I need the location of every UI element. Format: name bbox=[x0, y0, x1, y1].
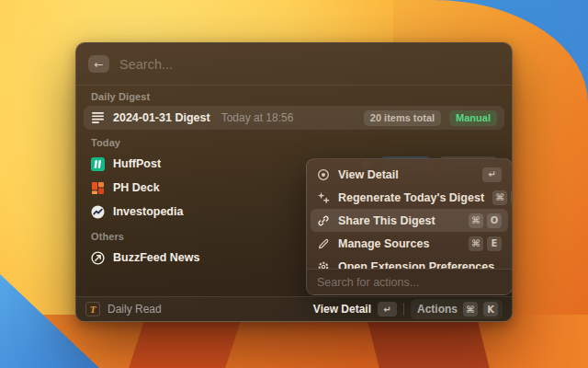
manual-mode-badge: Manual bbox=[449, 110, 497, 126]
actions-label: Actions bbox=[417, 303, 458, 316]
source-title: Investopedia bbox=[113, 205, 183, 218]
cmd-key-badge: ⌘ bbox=[469, 236, 483, 251]
app-name-label: Daily Read bbox=[107, 303, 162, 316]
menu-item-label: View Detail bbox=[338, 168, 474, 181]
actions-search-input[interactable] bbox=[317, 276, 502, 289]
sparkle-plus-icon bbox=[317, 191, 330, 204]
phdeck-logo-icon bbox=[91, 181, 105, 195]
cmd-key-badge: ⌘ bbox=[463, 302, 478, 316]
wallpaper-bottom-band bbox=[37, 315, 588, 368]
link-icon bbox=[317, 214, 330, 227]
letter-key-badge: O bbox=[487, 213, 502, 228]
menu-item-manage-sources[interactable]: Manage Sources ⌘ E bbox=[311, 232, 508, 255]
k-key-badge: K bbox=[483, 302, 498, 316]
letter-key-badge: E bbox=[487, 236, 502, 251]
menu-item-label: Share This Digest bbox=[338, 214, 460, 227]
menu-item-label: Open Extension Preferences bbox=[338, 260, 502, 270]
back-button[interactable]: ← bbox=[88, 55, 109, 73]
huffpost-logo-icon bbox=[91, 157, 105, 171]
actions-panel-list: View Detail ↵ Regenerate Today's Digest … bbox=[307, 159, 512, 269]
menu-item-open-preferences[interactable]: Open Extension Preferences bbox=[311, 255, 508, 269]
digest-row[interactable]: 2024-01-31 Digest Today at 18:56 20 item… bbox=[84, 106, 504, 130]
source-title: PH Deck bbox=[113, 181, 160, 194]
enter-key-badge: ↵ bbox=[378, 302, 397, 316]
launcher-window: ← Daily Digest 2024-01-31 Digest Today a… bbox=[75, 42, 513, 322]
search-bar: ← bbox=[76, 43, 512, 86]
digest-timestamp: Today at 18:56 bbox=[221, 111, 294, 124]
menu-item-view-detail[interactable]: View Detail ↵ bbox=[311, 163, 508, 186]
gear-icon bbox=[317, 260, 330, 270]
items-count-badge: 20 items total bbox=[364, 110, 441, 126]
section-header-daily-digest: Daily Digest bbox=[84, 89, 504, 104]
digest-title: 2024-01-31 Digest bbox=[113, 111, 210, 124]
menu-item-label: Manage Sources bbox=[338, 237, 460, 250]
actions-panel: View Detail ↵ Regenerate Today's Digest … bbox=[306, 158, 513, 295]
source-title: BuzzFeed News bbox=[113, 251, 199, 264]
cmd-key-badge: ⌘ bbox=[492, 190, 507, 205]
status-bar: T Daily Read View Detail ↵ Actions ⌘ K bbox=[76, 296, 512, 321]
enter-key-badge: ↵ bbox=[482, 167, 502, 182]
section-header-today: Today bbox=[84, 135, 504, 150]
menu-item-label: Regenerate Today's Digest bbox=[338, 191, 484, 204]
cmd-key-badge: ⌘ bbox=[469, 213, 483, 228]
letter-key-badge: D bbox=[511, 190, 512, 205]
actions-button[interactable]: Actions ⌘ K bbox=[411, 299, 503, 319]
menu-item-regenerate[interactable]: Regenerate Today's Digest ⌘ D bbox=[311, 186, 508, 209]
search-input[interactable] bbox=[119, 57, 500, 72]
daily-read-app-icon: T bbox=[85, 302, 100, 316]
investopedia-logo-icon bbox=[91, 205, 105, 219]
digest-list-icon bbox=[91, 111, 105, 125]
footer-divider bbox=[403, 303, 404, 316]
actions-search-bar bbox=[307, 269, 512, 294]
pencil-icon bbox=[317, 237, 330, 250]
menu-item-share-digest[interactable]: Share This Digest ⌘ O bbox=[311, 209, 508, 232]
eye-icon bbox=[317, 168, 330, 181]
primary-action-button[interactable]: View Detail bbox=[313, 303, 371, 316]
source-title: HuffPost bbox=[113, 157, 161, 170]
buzzfeed-logo-icon bbox=[91, 251, 105, 265]
